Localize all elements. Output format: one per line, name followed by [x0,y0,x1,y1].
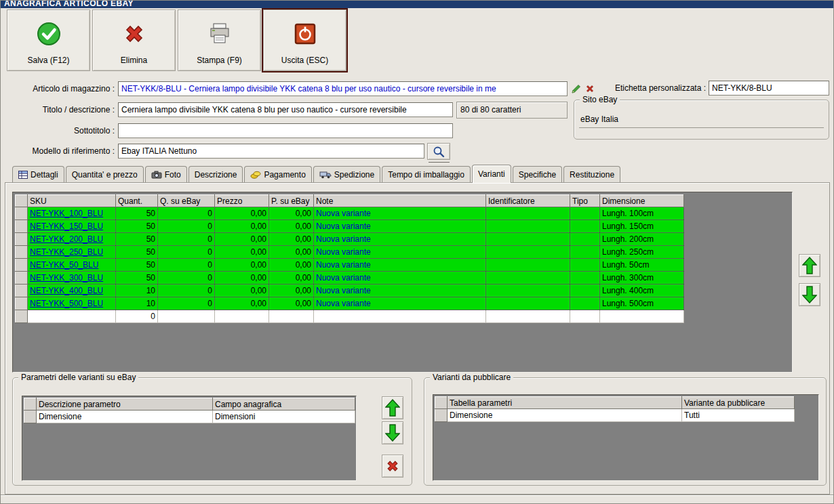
grid-column-header[interactable]: Prezzo [215,195,269,207]
variant-row[interactable]: NET-YKK_250_BLU5000,000,00Nuova variante… [16,246,684,259]
param-move-down-button[interactable] [382,421,403,444]
variant-row[interactable]: NET-YKK_150_BLU5000,000,00Nuova variante… [16,220,684,233]
quantity-cell[interactable]: 50 [116,246,158,259]
sku-cell[interactable]: NET-YKK_100_BLU [28,207,116,220]
note-cell[interactable]: Nuova variante [314,233,486,246]
sku-link[interactable]: NET-YKK_500_BLU [30,299,103,308]
dimension-cell[interactable]: Lungh. 50cm [600,259,684,272]
note-cell[interactable]: Nuova variante [314,207,486,220]
tab-spedizione[interactable]: Spedizione [313,166,380,182]
row-selector-cell[interactable] [16,259,28,272]
sku-link[interactable]: NET-YKK_100_BLU [30,209,103,218]
type-cell[interactable] [570,259,600,272]
dimension-cell[interactable]: Lungh. 100cm [600,207,684,220]
sku-cell[interactable]: NET-YKK_500_BLU [28,297,116,310]
quantity-cell[interactable]: 10 [116,285,158,297]
note-cell[interactable]: Nuova variante [314,297,486,310]
price-ebay-cell[interactable]: 0,00 [269,285,314,297]
type-cell[interactable] [570,272,600,285]
param-move-up-button[interactable] [382,396,403,419]
identifier-cell[interactable] [486,246,570,259]
tab-varianti[interactable]: Varianti [472,165,511,183]
identifier-cell[interactable] [486,272,570,285]
quantity-ebay-cell[interactable]: 0 [158,233,215,246]
param-row[interactable]: DimensioneDimensioni [24,411,355,423]
search-model-button[interactable] [427,143,450,160]
note-cell[interactable]: Nuova variante [314,272,486,285]
grid-column-header[interactable]: Variante da pubblicare [682,397,795,409]
quantity-cell[interactable]: 50 [116,272,158,285]
edit-pencil-icon[interactable] [571,83,582,94]
warehouse-item-input[interactable] [118,81,568,96]
grid-column-header[interactable]: P. su eBay [269,195,314,207]
quantity-cell[interactable]: 50 [116,259,158,272]
tab-foto[interactable]: Foto [145,166,187,182]
identifier-cell[interactable] [486,259,570,272]
row-selector-cell[interactable] [16,272,28,285]
tab-descrizione[interactable]: Descrizione [188,166,243,182]
exit-button[interactable]: Uscita (ESC) [263,9,346,71]
param-field-cell[interactable]: Dimensioni [213,411,355,423]
sku-link[interactable]: NET-YKK_150_BLU [30,222,103,231]
price-cell[interactable]: 0,00 [215,297,269,310]
grid-column-header[interactable]: Campo anagrafica [213,398,355,411]
type-cell[interactable] [570,207,600,220]
param-description-cell[interactable]: Dimensione [37,411,213,423]
sku-link[interactable]: NET-YKK_50_BLU [30,260,98,270]
identifier-cell[interactable] [486,285,570,297]
tab-pagamento[interactable]: Pagamento [244,166,311,182]
variant-row[interactable]: NET-YKK_200_BLU5000,000,00Nuova variante… [16,233,684,246]
publish-table-cell[interactable]: Dimensione [448,409,682,422]
grid-column-header[interactable]: SKU [28,195,116,207]
quantity-ebay-cell[interactable]: 0 [158,220,215,233]
variant-row[interactable]: NET-YKK_400_BLU1000,000,00Nuova variante… [16,285,684,297]
sku-cell[interactable]: NET-YKK_200_BLU [28,233,116,246]
quantity-ebay-cell[interactable]: 0 [158,246,215,259]
identifier-cell[interactable] [486,233,570,246]
row-selector-cell[interactable] [16,285,28,297]
delete-button[interactable]: Elimina [92,9,176,71]
quantity-ebay-cell[interactable]: 0 [158,207,215,220]
move-row-down-button[interactable] [799,283,820,306]
type-cell[interactable] [570,220,600,233]
price-cell[interactable]: 0,00 [215,272,269,285]
print-button[interactable]: Stampa (F9) [178,9,261,71]
grid-column-header[interactable]: Dimensione [600,195,684,207]
dimension-cell[interactable]: Lungh. 200cm [600,233,684,246]
reference-model-input[interactable] [118,144,424,159]
identifier-cell[interactable] [486,297,570,310]
dimension-cell[interactable]: Lungh. 400cm [600,285,684,297]
window-titlebar[interactable]: ANAGRAFICA ARTICOLO EBAY [1,1,833,8]
price-cell[interactable]: 0,00 [215,259,269,272]
type-cell[interactable] [570,285,600,297]
variant-row[interactable]: NET-YKK_50_BLU5000,000,00Nuova varianteL… [16,259,684,272]
quantity-cell[interactable]: 50 [116,220,158,233]
price-ebay-cell[interactable]: 0,00 [269,272,314,285]
sku-link[interactable]: NET-YKK_300_BLU [30,273,103,282]
identifier-cell[interactable] [486,207,570,220]
subtitle-input[interactable] [118,123,453,138]
note-cell[interactable]: Nuova variante [314,259,486,272]
tab-specifiche[interactable]: Specifiche [513,166,562,182]
custom-label-input[interactable] [709,81,829,96]
price-ebay-cell[interactable]: 0,00 [269,246,314,259]
row-selector-cell[interactable] [435,409,448,422]
quantity-ebay-cell[interactable]: 0 [158,297,215,310]
title-desc-input[interactable] [118,102,453,117]
price-cell[interactable]: 0,00 [215,233,269,246]
grid-column-header[interactable]: Q. su eBay [158,195,215,207]
grid-column-header[interactable]: Tipo [570,195,600,207]
grid-column-header[interactable]: Identificatore [486,195,570,207]
price-ebay-cell[interactable]: 0,00 [269,259,314,272]
price-ebay-cell[interactable]: 0,00 [269,297,314,310]
quantity-ebay-cell[interactable]: 0 [158,259,215,272]
sku-link[interactable]: NET-YKK_250_BLU [30,247,103,257]
grid-column-header[interactable]: Quant. [116,195,158,207]
sku-link[interactable]: NET-YKK_200_BLU [30,234,103,244]
price-ebay-cell[interactable]: 0,00 [269,220,314,233]
price-cell[interactable]: 0,00 [215,207,269,220]
sku-cell[interactable]: NET-YKK_300_BLU [28,272,116,285]
row-selector-cell[interactable] [24,411,37,423]
price-cell[interactable]: 0,00 [215,246,269,259]
quantity-cell[interactable]: 50 [116,233,158,246]
